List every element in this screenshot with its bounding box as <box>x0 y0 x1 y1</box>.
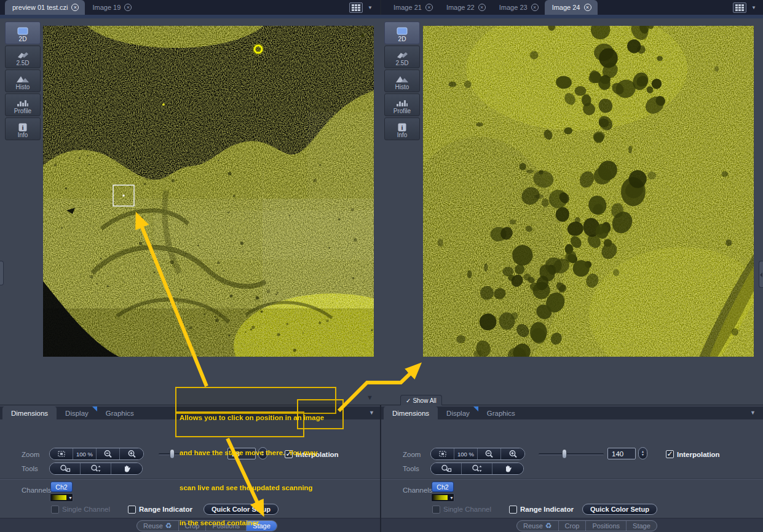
layout-grid-icon[interactable] <box>733 2 746 13</box>
close-icon[interactable]: × <box>425 4 433 11</box>
tab-image-21[interactable]: Image 21 × <box>386 0 439 15</box>
tab-label: preview 01 test.czi <box>12 4 68 11</box>
tab-image-24[interactable]: Image 24 × <box>545 0 598 15</box>
tabbar-dropdown-icon[interactable]: ▼ <box>751 5 756 10</box>
document-tabbar-right: Image 21 × Image 22 × Image 23 × Image 2… <box>381 0 763 15</box>
tab-display[interactable]: Display <box>57 407 97 419</box>
stage-button[interactable]: Stage <box>627 521 657 531</box>
tab-image-23[interactable]: Image 23 × <box>492 0 545 15</box>
zoom-out-button[interactable] <box>478 448 501 459</box>
tab-label: Image 19 <box>92 4 121 11</box>
view-profile-button[interactable]: Profile <box>384 93 420 116</box>
zoom-fit-button[interactable] <box>50 448 73 459</box>
view-toolbar-right: 2D 2.5D Histo Profile i Info <box>384 22 420 140</box>
button-label: Reuse <box>523 522 543 530</box>
panel-dropdown-icon[interactable]: ▼ <box>750 410 756 416</box>
tab-image-22[interactable]: Image 22 × <box>439 0 492 15</box>
view-profile-button[interactable]: Profile <box>5 93 41 116</box>
layout-grid-icon[interactable] <box>349 2 363 13</box>
close-icon[interactable]: × <box>478 4 486 11</box>
reuse-button[interactable]: Reuse♻ <box>137 521 179 531</box>
positions-button[interactable]: Positions <box>586 521 627 531</box>
left-micrograph-image[interactable] <box>43 26 374 357</box>
pan-hand-tool-button[interactable] <box>492 463 523 474</box>
range-indicator-checkbox[interactable] <box>128 506 136 514</box>
pan-hand-tool-button[interactable] <box>111 463 142 474</box>
view-2-5d-button[interactable]: 2.5D <box>384 46 420 68</box>
reuse-icon: ♻ <box>165 522 172 530</box>
panel-dropdown-icon[interactable]: ▼ <box>369 410 374 416</box>
zoom-100-button[interactable]: 100 % <box>73 448 97 459</box>
close-icon[interactable]: × <box>71 4 79 11</box>
close-icon[interactable]: × <box>531 4 539 11</box>
show-all-toggle[interactable]: ✓ Show All <box>400 395 442 405</box>
zoom-in-button[interactable] <box>120 448 143 459</box>
view-2d-button[interactable]: 2D <box>384 22 420 44</box>
svg-text:i: i <box>22 124 23 131</box>
tabbar-dropdown-icon[interactable]: ▼ <box>368 5 373 10</box>
tab-image-19[interactable]: Image 19 × <box>85 0 138 15</box>
swatch-dropdown-icon[interactable]: ▼ <box>68 496 73 500</box>
left-panel-expander[interactable] <box>0 261 4 285</box>
zoom-out-button[interactable] <box>97 448 120 459</box>
tab-graphics[interactable]: Graphics <box>97 407 143 419</box>
view-histo-button[interactable]: Histo <box>384 69 420 92</box>
view-histo-button[interactable]: Histo <box>5 69 41 92</box>
annotation-line: and have the stage move there. You may <box>180 447 324 459</box>
quick-color-setup-button[interactable]: Quick Color Setup <box>582 504 657 515</box>
channel-ch2-button[interactable]: Ch2 <box>432 482 454 492</box>
tab-dimensions[interactable]: Dimensions <box>384 407 438 419</box>
annotation-line: scan live and see the updated scanning <box>180 482 324 494</box>
tools-button-group <box>430 463 524 475</box>
crop-button[interactable]: Crop <box>559 521 587 531</box>
control-panel-right: Dimensions Display Graphics ▼ Zoom 100 %… <box>381 405 763 532</box>
zoom-slider-thumb[interactable] <box>170 449 175 459</box>
view-info-button[interactable]: i Info <box>384 117 420 140</box>
zoom-slider-track[interactable] <box>539 453 604 455</box>
view-2d-button[interactable]: 2D <box>5 22 41 44</box>
zoom-axis-tool-button[interactable] <box>462 463 492 474</box>
tab-label: Graphics <box>487 410 515 417</box>
tab-dimensions[interactable]: Dimensions <box>2 407 57 419</box>
splitter-collapse-icon[interactable]: ▼ <box>366 394 373 401</box>
channel-color-swatch[interactable]: ▼ <box>50 493 73 502</box>
tab-display[interactable]: Display <box>438 407 478 419</box>
zoom-in-button[interactable] <box>501 448 524 459</box>
zoom-100-button[interactable]: 100 % <box>454 448 478 459</box>
tab-preview-01-test[interactable]: preview 01 test.czi × <box>5 0 85 15</box>
channel-color-gradient <box>433 495 448 500</box>
swatch-dropdown-icon[interactable]: ▼ <box>449 496 454 500</box>
stepper-down-icon[interactable]: ▼ <box>641 453 644 456</box>
single-channel-checkbox[interactable] <box>432 506 440 514</box>
zoom-fit-button[interactable] <box>431 448 454 459</box>
zoom-slider-thumb[interactable] <box>562 449 567 459</box>
close-icon[interactable]: × <box>584 4 591 11</box>
single-channel-label: Single Channel <box>62 506 110 513</box>
tab-label: Image 23 <box>499 4 528 11</box>
zoom-region-tool-button[interactable] <box>431 463 462 474</box>
svg-text:i: i <box>401 124 403 131</box>
info-icon: i <box>18 122 27 132</box>
channel-color-swatch[interactable]: ▼ <box>431 493 454 502</box>
panel-tabbar: Dimensions Display Graphics <box>381 407 763 419</box>
zoom-axis-tool-button[interactable] <box>81 463 111 474</box>
right-panel-expander[interactable] <box>759 261 763 288</box>
interpolation-checkbox[interactable]: ✓ <box>666 450 674 458</box>
channel-ch2-button[interactable]: Ch2 <box>50 482 73 492</box>
range-indicator-checkbox[interactable] <box>509 506 517 514</box>
channels-label: Channels <box>403 486 433 494</box>
close-icon[interactable]: × <box>124 4 132 11</box>
view-2-5d-button[interactable]: 2.5D <box>5 46 41 68</box>
view-button-label: Histo <box>16 84 30 90</box>
zoom-value-stepper[interactable]: ▲▼ <box>638 447 647 459</box>
reuse-button[interactable]: Reuse♻ <box>517 521 559 531</box>
right-micrograph-image[interactable] <box>423 26 754 357</box>
view-button-label: 2D <box>19 36 27 42</box>
view-info-button[interactable]: i Info <box>5 117 41 140</box>
tab-graphics[interactable]: Graphics <box>478 407 524 419</box>
zoom-region-tool-button[interactable] <box>50 463 81 474</box>
view-button-label: Histo <box>395 84 409 90</box>
zoom-button-group: 100 % <box>430 448 525 460</box>
zoom-value-field[interactable]: 140 <box>607 448 636 459</box>
single-channel-checkbox[interactable] <box>51 506 59 514</box>
